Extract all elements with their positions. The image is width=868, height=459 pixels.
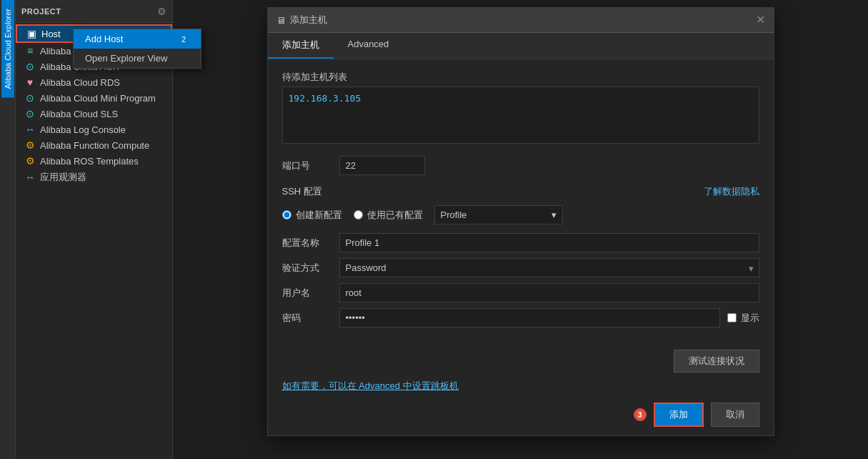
dialog-title-icon: 🖥 <box>276 15 286 26</box>
dropdown-arrow-icon: ▾ <box>552 209 557 220</box>
fc-icon: ⚙ <box>24 139 36 151</box>
sidebar-item-log-console[interactable]: ↔ Alibaba Log Console <box>16 122 172 137</box>
show-password-checkbox-label[interactable]: 显示 <box>727 312 759 325</box>
context-menu: Add Host 2 Open Explorer View <box>73 29 201 69</box>
password-label: 密码 <box>282 312 332 325</box>
advanced-link[interactable]: 如有需要，可以在 Advanced 中设置跳板机 <box>282 380 759 393</box>
context-menu-open-explorer[interactable]: Open Explorer View <box>74 49 201 68</box>
add-host-badge: 2 <box>178 34 189 44</box>
sidebar-item-function-compute[interactable]: ⚙ Alibaba Function Compute <box>16 137 172 153</box>
footer-buttons: 3 添加 取消 <box>282 403 759 427</box>
sidebar-header: Project ⚙ <box>16 0 172 23</box>
sidebar-item-label: 应用观测器 <box>40 171 86 184</box>
host-list-textarea[interactable] <box>282 87 759 144</box>
username-label: 用户名 <box>282 287 332 300</box>
log-icon: ↔ <box>24 124 36 135</box>
cancel-button[interactable]: 取消 <box>711 403 759 427</box>
config-name-label: 配置名称 <box>282 237 332 250</box>
sidebar-items: ▣ Host ≡ Alibaba Cloud ECS ⊙ Alibaba Clo… <box>16 23 172 459</box>
username-row: 用户名 <box>282 283 759 302</box>
sls-icon: ⊙ <box>24 108 36 119</box>
host-list-section: 待添加主机列表 <box>282 71 759 146</box>
close-button[interactable]: ✕ <box>756 14 765 26</box>
auth-select[interactable]: Password Key Agent <box>339 258 759 277</box>
use-existing-label: 使用已有配置 <box>367 209 423 222</box>
sidebar-item-rds[interactable]: ♥ Alibaba Cloud RDS <box>16 74 172 90</box>
ssh-label: SSH 配置 <box>282 185 322 198</box>
config-name-row: 配置名称 <box>282 233 759 252</box>
alibaba-cloud-explorer-tab[interactable]: Alibaba Cloud Explorer <box>1 0 14 98</box>
auth-label: 验证方式 <box>282 262 332 275</box>
ecs-icon: ≡ <box>24 45 36 56</box>
show-password-checkbox[interactable] <box>727 313 737 322</box>
dialog-tabs: 添加主机 Advanced <box>268 33 774 59</box>
create-new-radio-option[interactable]: 创建新配置 <box>282 209 342 222</box>
radio-group: 创建新配置 使用已有配置 Profile ▾ <box>282 205 759 224</box>
test-connection-button[interactable]: 测试连接状况 <box>674 350 759 372</box>
dialog-title: 🖥 添加主机 <box>276 14 327 26</box>
create-new-label: 创建新配置 <box>296 209 342 222</box>
host-list-label: 待添加主机列表 <box>282 71 759 84</box>
sidebar-container: Alibaba Cloud Explorer Project ⚙ ▣ Host … <box>0 0 173 459</box>
password-row: 密码 显示 <box>282 308 759 327</box>
rds-icon: ♥ <box>24 76 36 88</box>
add-button[interactable]: 添加 <box>654 403 704 427</box>
tab-advanced[interactable]: Advanced <box>334 33 404 59</box>
sidebar-item-label: Alibaba Function Compute <box>40 140 149 151</box>
vertical-tab-bar: Alibaba Cloud Explorer <box>0 0 16 459</box>
sidebar-item-label: Host <box>41 29 61 39</box>
use-existing-radio-option[interactable]: 使用已有配置 <box>354 209 423 222</box>
dialog-title-text: 添加主机 <box>290 14 327 26</box>
sidebar-item-mini-program[interactable]: ⊙ Alibaba Cloud Mini Program <box>16 90 172 106</box>
sidebar-item-label: Alibaba Cloud Mini Program <box>40 93 156 104</box>
dialog-titlebar: 🖥 添加主机 ✕ <box>268 8 774 33</box>
port-row: 端口号 <box>282 156 759 175</box>
app-icon: ↔ <box>24 172 36 183</box>
port-label: 端口号 <box>282 159 332 172</box>
sidebar-item-ros-templates[interactable]: ⚙ Alibaba ROS Templates <box>16 153 172 169</box>
ros-icon: ⚙ <box>24 155 36 167</box>
ack-icon: ⊙ <box>24 61 36 72</box>
sidebar-item-label: Alibaba Cloud RDS <box>40 77 120 88</box>
port-input[interactable] <box>339 156 425 175</box>
dialog-area: 🖥 添加主机 ✕ 添加主机 Advanced 待添加主机列表 端口号 <box>173 0 868 459</box>
open-explorer-label: Open Explorer View <box>85 53 167 64</box>
sidebar-item-label: Alibaba Cloud SLS <box>40 109 118 119</box>
password-input[interactable] <box>339 308 720 327</box>
host-icon: ▣ <box>26 28 37 39</box>
ssh-header: SSH 配置 了解数据隐私 <box>282 185 759 198</box>
auth-select-wrapper: Password Key Agent <box>339 258 759 277</box>
show-label: 显示 <box>741 312 759 325</box>
learn-privacy-link[interactable]: 了解数据隐私 <box>704 185 759 198</box>
step3-badge: 3 <box>634 408 647 421</box>
sidebar-item-app-viewer[interactable]: ↔ 应用观测器 <box>16 169 172 186</box>
sidebar-title: Project <box>21 7 61 16</box>
auth-row: 验证方式 Password Key Agent <box>282 258 759 277</box>
username-input[interactable] <box>339 283 759 302</box>
sidebar-item-label: Alibaba Log Console <box>40 124 126 135</box>
sidebar-item-sls[interactable]: ⊙ Alibaba Cloud SLS <box>16 106 172 122</box>
add-host-dialog: 🖥 添加主机 ✕ 添加主机 Advanced 待添加主机列表 端口号 <box>267 7 774 436</box>
add-host-label: Add Host <box>85 34 123 44</box>
tab-add-host[interactable]: 添加主机 <box>268 33 334 59</box>
mini-icon: ⊙ <box>24 92 36 104</box>
profile-dropdown[interactable]: Profile ▾ <box>434 205 563 224</box>
gear-icon[interactable]: ⚙ <box>157 6 166 17</box>
create-new-radio[interactable] <box>282 210 291 219</box>
ssh-section: SSH 配置 了解数据隐私 创建新配置 使用已有配置 Profile <box>282 185 759 327</box>
config-name-input[interactable] <box>339 233 759 252</box>
dialog-footer: 测试连接状况 如有需要，可以在 Advanced 中设置跳板机 3 添加 取消 <box>268 341 774 435</box>
dialog-content: 待添加主机列表 端口号 SSH 配置 了解数据隐私 创建新配置 <box>268 59 774 341</box>
profile-placeholder: Profile <box>441 209 467 220</box>
context-menu-add-host[interactable]: Add Host 2 <box>74 29 201 49</box>
use-existing-radio[interactable] <box>354 210 363 219</box>
sidebar-item-label: Alibaba ROS Templates <box>40 156 139 167</box>
sidebar-panel: Project ⚙ ▣ Host ≡ Alibaba Cloud ECS ⊙ A… <box>16 0 173 459</box>
